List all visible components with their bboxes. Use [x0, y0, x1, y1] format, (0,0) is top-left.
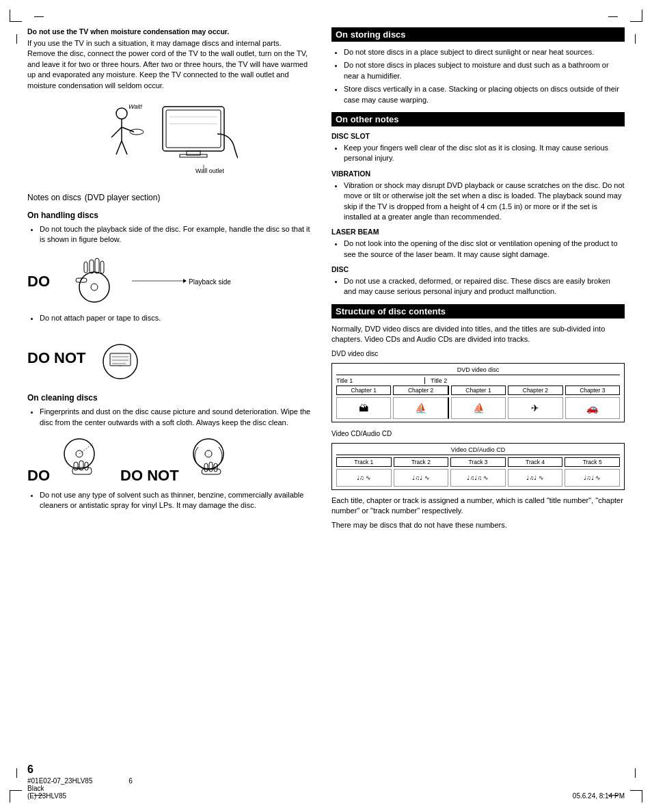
notes-heading-text: Notes on discs: [27, 193, 81, 202]
svg-rect-9: [166, 110, 221, 148]
structure-intro: Normally, DVD video discs are divided in…: [331, 324, 625, 345]
do-illustration: DO: [27, 256, 231, 308]
svg-line-2: [111, 127, 122, 137]
track-4: Track 4: [508, 457, 563, 467]
chapter-icon-2: ⛵: [393, 397, 448, 419]
svg-rect-22: [100, 261, 104, 273]
page: Do not use the TV when moisture condensa…: [0, 0, 652, 812]
do-not-illustration: DO NOT: [27, 334, 148, 382]
svg-rect-29: [110, 353, 131, 366]
cd-main-label: Video CD/Audio CD: [336, 446, 620, 455]
chapter-1-1: Chapter 1: [336, 385, 391, 395]
tick-tl-v: [16, 34, 17, 44]
cleaning-section: On cleaning discs Fingerprints and dust …: [27, 393, 311, 511]
do-label: DO: [27, 273, 50, 290]
chapter-icon-4: ✈: [508, 397, 562, 419]
svg-text:Wait!: Wait!: [128, 103, 143, 110]
moisture-body: If you use the TV in such a situation, i…: [27, 38, 311, 91]
svg-line-5: [122, 141, 127, 154]
moisture-section: Do not use the TV when moisture condensa…: [27, 27, 311, 180]
structure-note2: There may be discs that do not have thes…: [331, 520, 625, 530]
svg-rect-44: [209, 462, 213, 472]
dvd-diagram-main-label: DVD video disc: [457, 366, 500, 373]
handling-list: Do not touch the playback side of the di…: [27, 224, 311, 245]
two-column-layout: Do not use the TV when moisture condensa…: [27, 27, 625, 535]
track-5: Track 5: [565, 457, 620, 467]
moisture-heading: Do not use the TV when moisture condensa…: [27, 27, 311, 36]
track-icon-3: ♩♫♩♫ ∿: [450, 469, 506, 487]
footer-model: (E) 23HLV85: [27, 792, 66, 800]
disc-slot-bullet: Keep your fingers well clear of the disc…: [344, 143, 625, 164]
tick-bl-v: [16, 768, 17, 778]
notes-subheading-text: (DVD player section): [85, 193, 161, 202]
svg-point-18: [79, 272, 109, 302]
svg-point-6: [130, 129, 144, 135]
handling-title: On handling discs: [27, 211, 311, 220]
footer-code-text: #01E02-07_23HLV85: [27, 777, 92, 785]
chapter-icon-3: ⛵: [451, 397, 506, 419]
track-1: Track 1: [336, 457, 392, 467]
handling-bullet-1: Do not touch the playback side of the di…: [40, 224, 311, 245]
handling-bullet-2: Do not attach paper or tape to discs.: [40, 313, 311, 323]
other-notes-title: On other notes: [331, 112, 625, 126]
chapter-1-2: Chapter 2: [393, 385, 448, 395]
page-number: 6: [27, 763, 133, 776]
do-not-label: DO NOT: [27, 349, 86, 367]
cleaning-bullet-2: Do not use any type of solvent such as t…: [40, 490, 311, 511]
svg-line-39: [79, 444, 93, 454]
cleaning-do-not: DO NOT: [120, 433, 236, 485]
storing-bullet-1: Do not store discs in a place subject to…: [344, 47, 625, 57]
storing-section: On storing discs Do not store discs in a…: [331, 27, 625, 105]
corner-mark-tl: [10, 10, 22, 22]
structure-title: Structure of disc contents: [331, 304, 625, 319]
vibration-bullet: Vibration or shock may disrupt DVD playb…: [344, 180, 625, 223]
other-notes-section: On other notes DISC SLOT Keep your finge…: [331, 112, 625, 297]
cleaning-do-not-label: DO NOT: [120, 467, 179, 485]
tick-tr-h: [608, 16, 618, 17]
disc-list: Do not use a cracked, deformed, or repai…: [331, 276, 625, 297]
svg-line-4: [116, 141, 122, 154]
storing-title: On storing discs: [331, 27, 625, 42]
tv-illustration: Wait!: [27, 96, 311, 180]
disc-slot-list: Keep your fingers well clear of the disc…: [331, 143, 625, 164]
dvd-diagram-label: DVD video disc: [331, 349, 625, 359]
cleaning-list: Fingerprints and dust on the disc cause …: [27, 407, 311, 428]
cleaning-bullet-1: Fingerprints and dust on the disc cause …: [40, 407, 311, 428]
track-icon-5: ♩♫♩ ∿: [565, 469, 620, 487]
chapter-2-1: Chapter 1: [451, 385, 506, 395]
cleaning-title: On cleaning discs: [27, 393, 311, 403]
playback-label: Playback side: [189, 278, 231, 286]
cleaning-do-label: DO: [27, 467, 50, 485]
track-icon-2: ♩♫♩ ∿: [394, 469, 449, 487]
svg-rect-20: [90, 260, 94, 273]
svg-marker-26: [183, 279, 187, 283]
vibration-label: VIBRATION: [331, 170, 625, 178]
footer-color: Black: [27, 785, 44, 792]
footer-code: #01E02-07_23HLV85 6 Black (E) 23HLV85: [27, 777, 133, 800]
tick-tl-h: [34, 16, 44, 17]
handling-list-2: Do not attach paper or tape to discs.: [27, 313, 311, 323]
footer: 6 #01E02-07_23HLV85 6 Black (E) 23HLV85 …: [27, 763, 625, 800]
track-icon-1: ♩♫ ∿: [336, 469, 392, 487]
footer-left: 6 #01E02-07_23HLV85 6 Black (E) 23HLV85: [27, 763, 133, 800]
laser-beam-label: LASER BEAM: [331, 228, 625, 236]
storing-list: Do not store discs in a place subject to…: [331, 47, 625, 105]
chapter-2-2: Chapter 2: [508, 385, 562, 395]
svg-rect-43: [204, 463, 208, 472]
track-2: Track 2: [394, 457, 449, 467]
corner-mark-br: [630, 790, 642, 802]
cleaning-list-2: Do not use any type of solvent such as t…: [27, 490, 311, 511]
svg-point-0: [116, 108, 127, 119]
disc-label: DISC: [331, 265, 625, 273]
chapter-icon-5: 🚗: [565, 397, 620, 419]
track-3: Track 3: [450, 457, 506, 467]
vibration-list: Vibration or shock may disrupt DVD playb…: [331, 180, 625, 223]
laser-beam-bullet: Do not look into the opening of the disc…: [344, 239, 625, 260]
notes-on-discs-heading: Notes on discs (DVD player section): [27, 189, 311, 204]
cleaning-do-donot-row: DO: [27, 433, 311, 485]
title2-label: Title 2: [425, 377, 620, 384]
svg-rect-23: [84, 262, 87, 273]
footer-page-num: 6: [128, 777, 133, 785]
structure-section: Structure of disc contents Normally, DVD…: [331, 304, 625, 531]
svg-rect-21: [95, 258, 99, 273]
